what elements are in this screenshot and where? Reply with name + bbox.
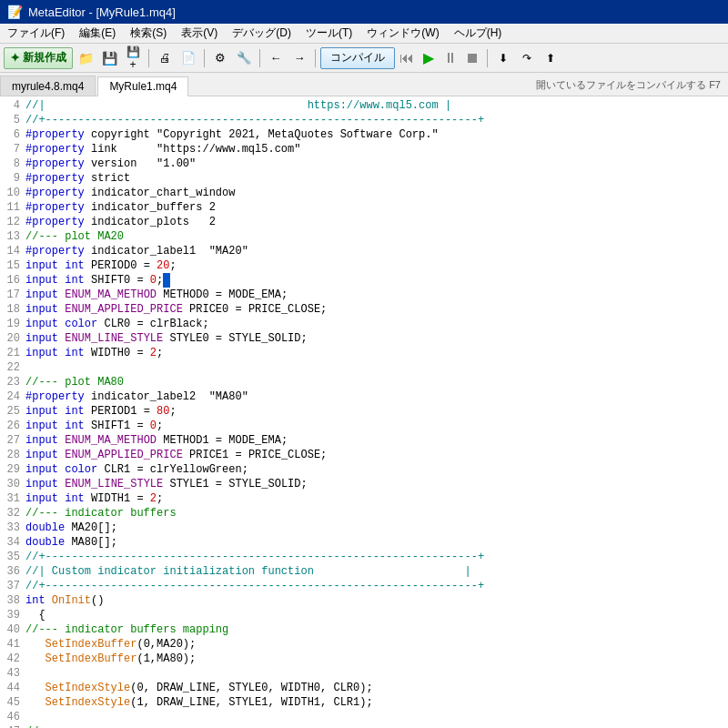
tab-myrule1[interactable]: MyRule1.mq4 (97, 76, 188, 96)
menu-item-s[interactable]: 検索(S) (123, 24, 174, 43)
line-number: 47 (0, 724, 25, 728)
code-line[interactable]: 12#property indicator_plots 2 (0, 215, 728, 229)
stop-button[interactable]: ⏹ (462, 48, 482, 68)
code-line[interactable]: 29input color CLR1 = clrYellowGreen; (0, 462, 728, 477)
print2-button[interactable]: 📄 (177, 47, 199, 69)
step-out-button[interactable]: ⬆ (540, 47, 561, 69)
line-content: input int WIDTH1 = 2; (25, 491, 728, 506)
code-line[interactable]: 8#property version "1.00" (0, 157, 728, 171)
code-line[interactable]: 37//+-----------------------------------… (0, 579, 728, 593)
code-line[interactable]: 17input ENUM_MA_METHOD METHOD0 = MODE_EM… (0, 288, 728, 302)
code-line[interactable]: 34double MA80[]; (0, 535, 728, 550)
code-line[interactable]: 33double MA20[]; (0, 521, 728, 535)
code-line[interactable]: 43 (0, 666, 728, 681)
save-button[interactable]: 💾 (98, 47, 120, 69)
code-line[interactable]: 36//| Custom indicator initialization fu… (0, 564, 728, 579)
line-number: 40 (0, 622, 25, 637)
line-number: 9 (0, 171, 25, 186)
settings2-button[interactable]: 🔧 (233, 47, 255, 69)
code-line[interactable]: 28input ENUM_APPLIED_PRICE PRICE1 = PRIC… (0, 448, 728, 462)
code-line[interactable]: 47//--- (0, 724, 728, 728)
menu-item-t[interactable]: ツール(T) (298, 24, 359, 43)
menu-item-f[interactable]: ファイル(F) (0, 24, 72, 43)
line-content: //--- indicator buffers mapping (25, 622, 728, 637)
compile-label: コンパイル (330, 50, 385, 66)
gear-icon: ⚙ (215, 51, 226, 65)
line-content: #property indicator_label1 "MA20" (25, 244, 728, 258)
line-number: 7 (0, 142, 25, 157)
print-button[interactable]: 🖨 (154, 47, 176, 69)
code-area[interactable]: 4//| https://www.mql5.com |5//+---------… (0, 96, 728, 728)
toolbar: ✦ 新規作成 📁 💾 💾+ 🖨 📄 ⚙ 🔧 ← → コンパイル ⏮ (0, 44, 728, 73)
line-content: //+-------------------------------------… (25, 550, 728, 564)
compile-button[interactable]: コンパイル (320, 47, 395, 69)
line-number: 44 (0, 681, 25, 695)
line-number: 19 (0, 317, 25, 331)
code-line[interactable]: 19input color CLR0 = clrBlack; (0, 317, 728, 331)
code-line[interactable]: 15input int PERIOD0 = 20; (0, 258, 728, 273)
separator-5 (487, 49, 488, 67)
code-line[interactable]: 7#property link "https://www.mql5.com" (0, 142, 728, 157)
line-content: SetIndexStyle(1, DRAW_LINE, STYLE1, WIDT… (25, 695, 728, 710)
code-line[interactable]: 24#property indicator_label2 "MA80" (0, 389, 728, 404)
menu-item-d[interactable]: デバッグ(D) (225, 24, 298, 43)
line-content: input int SHIFT0 = 0; (25, 273, 728, 288)
forward-button[interactable]: → (288, 47, 310, 69)
menu-item-e[interactable]: 編集(E) (72, 24, 123, 43)
line-number: 6 (0, 127, 25, 142)
code-line[interactable]: 44 SetIndexStyle(0, DRAW_LINE, STYLE0, W… (0, 681, 728, 695)
code-line[interactable]: 45 SetIndexStyle(1, DRAW_LINE, STYLE1, W… (0, 695, 728, 710)
code-line[interactable]: 5//+------------------------------------… (0, 113, 728, 127)
code-line[interactable]: 25input int PERIOD1 = 80; (0, 404, 728, 419)
wrench-icon: 🔧 (237, 51, 251, 65)
code-line[interactable]: 18input ENUM_APPLIED_PRICE PRICE0 = PRIC… (0, 302, 728, 317)
code-line[interactable]: 16input int SHIFT0 = 0; (0, 273, 728, 288)
tab-myrule4[interactable]: myrule4.8.mq4 (0, 76, 96, 96)
code-line[interactable]: 35//+-----------------------------------… (0, 550, 728, 564)
tab-bar: myrule4.8.mq4 MyRule1.mq4 開いているファイルをコンパイ… (0, 73, 728, 96)
code-line[interactable]: 11#property indicator_buffers 2 (0, 200, 728, 215)
code-line[interactable]: 10#property indicator_chart_window (0, 186, 728, 200)
code-line[interactable]: 39 { (0, 608, 728, 622)
settings-button[interactable]: ⚙ (209, 47, 231, 69)
line-number: 13 (0, 229, 25, 244)
play-button[interactable]: ▶ (419, 48, 439, 68)
code-line[interactable]: 31input int WIDTH1 = 2; (0, 491, 728, 506)
save-all-button[interactable]: 💾+ (122, 47, 144, 69)
code-line[interactable]: 38int OnInit() (0, 593, 728, 608)
menu-item-h[interactable]: ヘルプ(H) (447, 24, 510, 43)
step-over-button[interactable]: ↷ (516, 47, 538, 69)
code-line[interactable]: 23//--- plot MA80 (0, 375, 728, 389)
code-line[interactable]: 22 (0, 360, 728, 375)
code-line[interactable]: 20input ENUM_LINE_STYLE STYLE0 = STYLE_S… (0, 331, 728, 346)
code-line[interactable]: 21input int WIDTH0 = 2; (0, 346, 728, 360)
code-line[interactable]: 46 (0, 710, 728, 724)
code-line[interactable]: 14#property indicator_label1 "MA20" (0, 244, 728, 258)
line-content: //+-------------------------------------… (25, 113, 728, 127)
code-line[interactable]: 4//| https://www.mql5.com | (0, 98, 728, 113)
menu-item-v[interactable]: 表示(V) (174, 24, 225, 43)
code-line[interactable]: 30input ENUM_LINE_STYLE STYLE1 = STYLE_S… (0, 477, 728, 491)
code-line[interactable]: 13//--- plot MA20 (0, 229, 728, 244)
code-line[interactable]: 9#property strict (0, 171, 728, 186)
line-content: //| https://www.mql5.com | (25, 98, 728, 113)
new-button[interactable]: ✦ 新規作成 (4, 47, 73, 69)
code-line[interactable]: 41 SetIndexBuffer(0,MA20); (0, 637, 728, 652)
menu-item-w[interactable]: ウィンドウ(W) (359, 24, 446, 43)
line-content: #property link "https://www.mql5.com" (25, 142, 728, 157)
back-button[interactable]: ← (265, 47, 287, 69)
code-line[interactable]: 40//--- indicator buffers mapping (0, 622, 728, 637)
line-content: //+-------------------------------------… (25, 579, 728, 593)
line-content: double MA20[]; (25, 521, 728, 535)
code-line[interactable]: 6#property copyright "Copyright 2021, Me… (0, 127, 728, 142)
pause-button[interactable]: ⏸ (440, 48, 460, 68)
arrow-right-icon: → (294, 51, 306, 65)
code-line[interactable]: 26input int SHIFT1 = 0; (0, 419, 728, 433)
code-line[interactable]: 32//--- indicator buffers (0, 506, 728, 521)
code-line[interactable]: 27input ENUM_MA_METHOD METHOD1 = MODE_EM… (0, 433, 728, 448)
rewind-button[interactable]: ⏮ (397, 48, 417, 68)
step-into-button[interactable]: ⬇ (492, 47, 514, 69)
open-file-button[interactable]: 📁 (75, 47, 96, 69)
code-line[interactable]: 42 SetIndexBuffer(1,MA80); (0, 652, 728, 666)
line-number: 29 (0, 462, 25, 477)
